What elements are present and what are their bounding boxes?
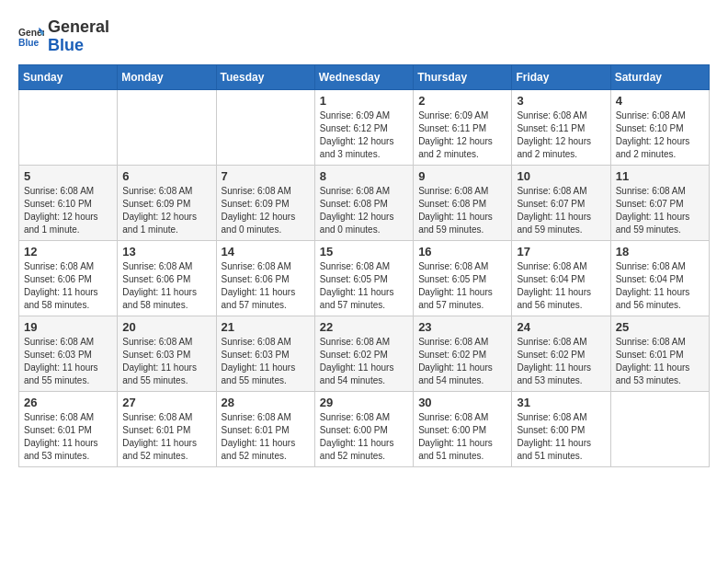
day-info: Sunrise: 6:08 AM Sunset: 6:01 PM Dayligh…: [24, 411, 112, 463]
day-info: Sunrise: 6:08 AM Sunset: 6:05 PM Dayligh…: [320, 260, 408, 312]
calendar-cell: 29Sunrise: 6:08 AM Sunset: 6:00 PM Dayli…: [314, 391, 413, 466]
calendar-cell: 14Sunrise: 6:08 AM Sunset: 6:06 PM Dayli…: [216, 240, 314, 316]
day-number: 31: [517, 396, 605, 409]
day-number: 5: [24, 169, 112, 183]
calendar-header-sunday: Sunday: [19, 64, 118, 89]
day-info: Sunrise: 6:08 AM Sunset: 6:01 PM Dayligh…: [122, 411, 210, 463]
page-header: General Blue General Blue: [18, 18, 710, 55]
day-number: 3: [517, 94, 605, 108]
calendar-cell: [19, 89, 118, 165]
day-number: 26: [24, 396, 112, 409]
day-info: Sunrise: 6:09 AM Sunset: 6:11 PM Dayligh…: [418, 109, 506, 161]
day-info: Sunrise: 6:08 AM Sunset: 6:05 PM Dayligh…: [418, 260, 506, 312]
day-number: 18: [616, 245, 704, 259]
day-number: 2: [418, 94, 506, 108]
day-number: 14: [222, 245, 310, 259]
day-info: Sunrise: 6:08 AM Sunset: 6:02 PM Dayligh…: [418, 336, 506, 387]
calendar-cell: 5Sunrise: 6:08 AM Sunset: 6:10 PM Daylig…: [19, 165, 118, 240]
day-info: Sunrise: 6:08 AM Sunset: 6:08 PM Dayligh…: [418, 185, 506, 236]
day-info: Sunrise: 6:08 AM Sunset: 6:02 PM Dayligh…: [320, 336, 408, 387]
calendar-header-friday: Friday: [512, 64, 610, 89]
day-info: Sunrise: 6:08 AM Sunset: 6:01 PM Dayligh…: [222, 411, 310, 463]
day-info: Sunrise: 6:08 AM Sunset: 6:11 PM Dayligh…: [517, 109, 605, 161]
calendar-cell: 19Sunrise: 6:08 AM Sunset: 6:03 PM Dayli…: [19, 316, 118, 391]
day-info: Sunrise: 6:08 AM Sunset: 6:04 PM Dayligh…: [616, 260, 704, 312]
day-number: 28: [222, 396, 310, 409]
day-info: Sunrise: 6:08 AM Sunset: 6:06 PM Dayligh…: [222, 260, 310, 312]
calendar-table: SundayMondayTuesdayWednesdayThursdayFrid…: [18, 64, 710, 467]
day-number: 17: [517, 245, 605, 259]
day-number: 16: [418, 245, 506, 259]
day-info: Sunrise: 6:08 AM Sunset: 6:03 PM Dayligh…: [222, 336, 310, 387]
day-info: Sunrise: 6:08 AM Sunset: 6:00 PM Dayligh…: [517, 411, 605, 463]
day-info: Sunrise: 6:08 AM Sunset: 6:04 PM Dayligh…: [517, 260, 605, 312]
calendar-week-row: 19Sunrise: 6:08 AM Sunset: 6:03 PM Dayli…: [19, 316, 710, 391]
calendar-cell: 22Sunrise: 6:08 AM Sunset: 6:02 PM Dayli…: [314, 316, 413, 391]
day-number: 13: [122, 245, 210, 259]
calendar-cell: 6Sunrise: 6:08 AM Sunset: 6:09 PM Daylig…: [118, 165, 216, 240]
day-info: Sunrise: 6:08 AM Sunset: 6:07 PM Dayligh…: [616, 185, 704, 236]
calendar-cell: 18Sunrise: 6:08 AM Sunset: 6:04 PM Dayli…: [610, 240, 709, 316]
calendar-cell: 16Sunrise: 6:08 AM Sunset: 6:05 PM Dayli…: [414, 240, 512, 316]
day-number: 23: [418, 320, 506, 334]
day-info: Sunrise: 6:08 AM Sunset: 6:00 PM Dayligh…: [418, 411, 506, 463]
calendar-cell: 26Sunrise: 6:08 AM Sunset: 6:01 PM Dayli…: [19, 391, 118, 466]
day-number: 30: [418, 396, 506, 409]
day-number: 15: [320, 245, 408, 259]
calendar-cell: [216, 89, 314, 165]
logo-text: General Blue: [48, 18, 109, 55]
calendar-cell: 8Sunrise: 6:08 AM Sunset: 6:08 PM Daylig…: [314, 165, 413, 240]
day-number: 27: [122, 396, 210, 409]
calendar-cell: 7Sunrise: 6:08 AM Sunset: 6:09 PM Daylig…: [216, 165, 314, 240]
day-number: 10: [517, 169, 605, 183]
calendar-cell: 10Sunrise: 6:08 AM Sunset: 6:07 PM Dayli…: [512, 165, 610, 240]
day-number: 4: [616, 94, 704, 108]
day-info: Sunrise: 6:08 AM Sunset: 6:02 PM Dayligh…: [517, 336, 605, 387]
calendar-cell: 17Sunrise: 6:08 AM Sunset: 6:04 PM Dayli…: [512, 240, 610, 316]
day-number: 20: [122, 320, 210, 334]
day-number: 25: [616, 320, 704, 334]
day-number: 7: [222, 169, 310, 183]
calendar-header-saturday: Saturday: [610, 64, 709, 89]
day-number: 8: [320, 169, 408, 183]
calendar-cell: 23Sunrise: 6:08 AM Sunset: 6:02 PM Dayli…: [414, 316, 512, 391]
day-info: Sunrise: 6:08 AM Sunset: 6:01 PM Dayligh…: [616, 336, 704, 387]
day-number: 19: [24, 320, 112, 334]
day-number: 24: [517, 320, 605, 334]
calendar-cell: 21Sunrise: 6:08 AM Sunset: 6:03 PM Dayli…: [216, 316, 314, 391]
calendar-week-row: 1Sunrise: 6:09 AM Sunset: 6:12 PM Daylig…: [19, 89, 710, 165]
day-info: Sunrise: 6:08 AM Sunset: 6:06 PM Dayligh…: [122, 260, 210, 312]
calendar-cell: 30Sunrise: 6:08 AM Sunset: 6:00 PM Dayli…: [414, 391, 512, 466]
day-number: 21: [222, 320, 310, 334]
calendar-cell: 25Sunrise: 6:08 AM Sunset: 6:01 PM Dayli…: [610, 316, 709, 391]
calendar-cell: 2Sunrise: 6:09 AM Sunset: 6:11 PM Daylig…: [414, 89, 512, 165]
day-info: Sunrise: 6:08 AM Sunset: 6:03 PM Dayligh…: [122, 336, 210, 387]
day-info: Sunrise: 6:08 AM Sunset: 6:10 PM Dayligh…: [24, 185, 112, 236]
day-info: Sunrise: 6:08 AM Sunset: 6:00 PM Dayligh…: [320, 411, 408, 463]
day-number: 6: [122, 169, 210, 183]
day-number: 9: [418, 169, 506, 183]
logo-icon: General Blue: [18, 24, 44, 50]
calendar-cell: 15Sunrise: 6:08 AM Sunset: 6:05 PM Dayli…: [314, 240, 413, 316]
calendar-header-tuesday: Tuesday: [216, 64, 314, 89]
calendar-cell: 11Sunrise: 6:08 AM Sunset: 6:07 PM Dayli…: [610, 165, 709, 240]
calendar-cell: 1Sunrise: 6:09 AM Sunset: 6:12 PM Daylig…: [314, 89, 413, 165]
day-number: 29: [320, 396, 408, 409]
calendar-cell: 28Sunrise: 6:08 AM Sunset: 6:01 PM Dayli…: [216, 391, 314, 466]
calendar-cell: 4Sunrise: 6:08 AM Sunset: 6:10 PM Daylig…: [610, 89, 709, 165]
calendar-week-row: 12Sunrise: 6:08 AM Sunset: 6:06 PM Dayli…: [19, 240, 710, 316]
day-info: Sunrise: 6:08 AM Sunset: 6:06 PM Dayligh…: [24, 260, 112, 312]
calendar-cell: 12Sunrise: 6:08 AM Sunset: 6:06 PM Dayli…: [19, 240, 118, 316]
day-info: Sunrise: 6:08 AM Sunset: 6:10 PM Dayligh…: [616, 109, 704, 161]
day-number: 22: [320, 320, 408, 334]
day-number: 1: [320, 94, 408, 108]
calendar-cell: 24Sunrise: 6:08 AM Sunset: 6:02 PM Dayli…: [512, 316, 610, 391]
day-info: Sunrise: 6:08 AM Sunset: 6:09 PM Dayligh…: [122, 185, 210, 236]
day-info: Sunrise: 6:08 AM Sunset: 6:03 PM Dayligh…: [24, 336, 112, 387]
calendar-cell: [610, 391, 709, 466]
calendar-header-thursday: Thursday: [414, 64, 512, 89]
calendar-week-row: 5Sunrise: 6:08 AM Sunset: 6:10 PM Daylig…: [19, 165, 710, 240]
calendar-week-row: 26Sunrise: 6:08 AM Sunset: 6:01 PM Dayli…: [19, 391, 710, 466]
day-info: Sunrise: 6:09 AM Sunset: 6:12 PM Dayligh…: [320, 109, 408, 161]
calendar-cell: 3Sunrise: 6:08 AM Sunset: 6:11 PM Daylig…: [512, 89, 610, 165]
